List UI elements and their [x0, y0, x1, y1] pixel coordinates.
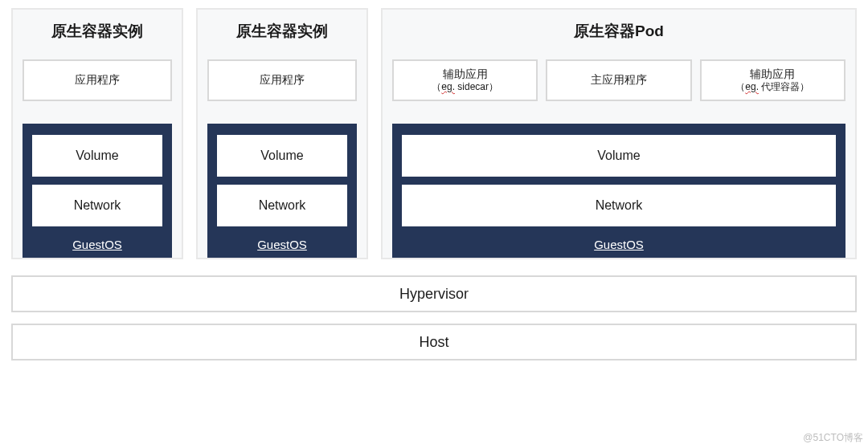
hypervisor-label: Hypervisor	[399, 286, 469, 303]
guestos-block: Volume Network GuestOS	[207, 124, 357, 258]
native-container-pod: 原生容器Pod 辅助应用 （eg. sidecar） 主应用程序 辅助应用 （e…	[381, 8, 857, 259]
volume-label: Volume	[597, 149, 640, 163]
containers-row: 原生容器实例 应用程序 Volume Network GuestOS 原生容器实…	[11, 8, 857, 259]
network-box: Network	[402, 185, 836, 226]
volume-label: Volume	[260, 149, 303, 163]
guestos-label: GuestOS	[217, 234, 347, 255]
app-label: 主应用程序	[591, 73, 647, 88]
app-row: 辅助应用 （eg. sidecar） 主应用程序 辅助应用 （eg. 代理容器）	[392, 59, 845, 101]
app-sublabel: （eg. 代理容器）	[735, 81, 809, 93]
app-label: 辅助应用	[750, 67, 795, 82]
guestos-block: Volume Network GuestOS	[392, 124, 845, 258]
sidecar-app-box: 辅助应用 （eg. sidecar）	[392, 59, 538, 101]
guestos-label: GuestOS	[32, 234, 162, 255]
network-label: Network	[74, 198, 121, 213]
volume-box: Volume	[402, 135, 836, 177]
host-box: Host	[11, 324, 857, 360]
network-label: Network	[596, 198, 643, 213]
guestos-block: Volume Network GuestOS	[23, 124, 172, 258]
app-label: 应用程序	[75, 73, 120, 88]
container-title: 原生容器Pod	[392, 21, 845, 42]
volume-box: Volume	[217, 135, 347, 177]
watermark: @51CTO博客	[803, 431, 863, 445]
host-label: Host	[419, 334, 448, 351]
container-title: 原生容器实例	[207, 21, 357, 42]
volume-label: Volume	[76, 149, 118, 163]
app-label: 应用程序	[260, 73, 305, 88]
app-sublabel: （eg. sidecar）	[432, 81, 498, 93]
container-title: 原生容器实例	[23, 21, 172, 42]
app-row: 应用程序	[207, 59, 357, 101]
network-box: Network	[32, 185, 162, 226]
app-row: 应用程序	[23, 59, 172, 101]
app-box: 应用程序	[23, 59, 172, 101]
native-container-instance-1: 原生容器实例 应用程序 Volume Network GuestOS	[11, 8, 183, 259]
main-app-box: 主应用程序	[546, 59, 691, 101]
app-label: 辅助应用	[443, 67, 488, 82]
guestos-label: GuestOS	[402, 234, 836, 255]
network-label: Network	[259, 198, 306, 213]
native-container-instance-2: 原生容器实例 应用程序 Volume Network GuestOS	[196, 8, 368, 259]
app-box: 应用程序	[207, 59, 357, 101]
volume-box: Volume	[32, 135, 162, 177]
proxy-app-box: 辅助应用 （eg. 代理容器）	[700, 59, 845, 101]
hypervisor-box: Hypervisor	[11, 275, 857, 312]
network-box: Network	[217, 185, 347, 226]
